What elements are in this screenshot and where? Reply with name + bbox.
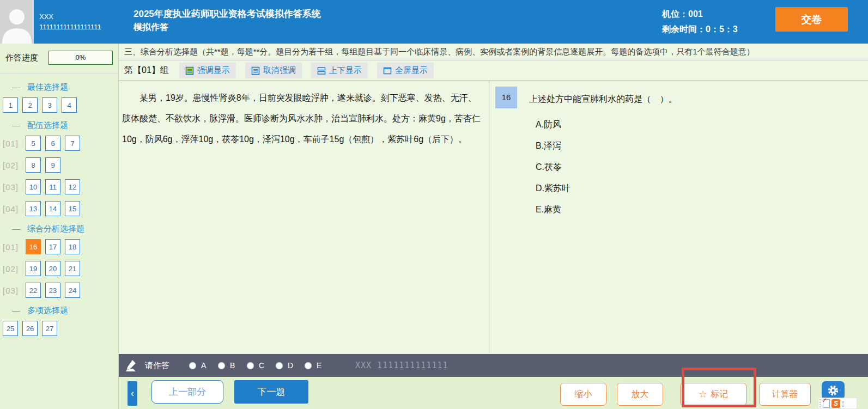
group-label: [03] bbox=[3, 182, 21, 192]
question-nav-12[interactable]: 12 bbox=[65, 179, 80, 194]
cancel-highlight-button[interactable]: 取消强调 bbox=[245, 63, 302, 78]
vertical-split-button[interactable]: 上下显示 bbox=[311, 63, 368, 78]
split-view-icon bbox=[317, 66, 326, 75]
sidebar-section-title[interactable]: —综合分析选择题 bbox=[0, 224, 118, 234]
time-remaining: 剩余时间：0：5：3 bbox=[662, 22, 738, 37]
question-nav-27[interactable]: 27 bbox=[42, 321, 57, 336]
sidebar-section-title[interactable]: —配伍选择题 bbox=[0, 120, 118, 131]
answer-radio-e[interactable]: E bbox=[305, 361, 333, 370]
question-nav-18[interactable]: 18 bbox=[65, 239, 80, 254]
question-nav-20[interactable]: 20 bbox=[45, 261, 60, 276]
option-d[interactable]: D.紫苏叶 bbox=[536, 178, 570, 199]
bottom-toolbar: ‹ 上一部分 下一题 缩小 放大 ☆标记 计算器 bbox=[119, 377, 868, 409]
answer-radio-b[interactable]: B bbox=[218, 361, 247, 370]
collapse-dash-icon: — bbox=[12, 120, 20, 130]
question-nav-25[interactable]: 25 bbox=[3, 321, 18, 336]
collapse-dash-icon: — bbox=[12, 82, 20, 91]
section-instruction: 三、综合分析选择题（共**题，每题**分。题目分为若干组，每组题目基于同一个临床… bbox=[119, 44, 868, 60]
question-nav-7[interactable]: 7 bbox=[65, 136, 80, 151]
question-nav-11[interactable]: 11 bbox=[45, 179, 60, 194]
answer-radio-a[interactable]: A bbox=[189, 361, 218, 370]
app-title-line1: 2025年度执业药师职业资格考试模拟作答系统 bbox=[133, 7, 321, 21]
radio-icon[interactable] bbox=[189, 362, 196, 369]
sidebar-section-title[interactable]: —最佳选择题 bbox=[0, 82, 118, 93]
radio-icon[interactable] bbox=[247, 362, 254, 369]
question-nav-15[interactable]: 15 bbox=[65, 201, 80, 216]
question-nav-13[interactable]: 13 bbox=[26, 201, 41, 216]
question-nav-26[interactable]: 26 bbox=[22, 321, 38, 336]
notepad-icon[interactable]: ✓ bbox=[823, 399, 830, 408]
question-group-row: [01]161718 bbox=[0, 239, 118, 254]
radio-label: D bbox=[288, 361, 293, 370]
group-label: [02] bbox=[3, 264, 21, 273]
question-nav-4[interactable]: 4 bbox=[62, 97, 77, 113]
question-nav-22[interactable]: 22 bbox=[26, 283, 41, 298]
option-e[interactable]: E.麻黄 bbox=[536, 199, 570, 221]
sogou-input-icon[interactable]: S bbox=[831, 399, 840, 408]
question-nav-14[interactable]: 14 bbox=[45, 201, 60, 216]
highlight-display-label: 强调显示 bbox=[197, 65, 230, 76]
calculator-button[interactable]: 计算器 bbox=[759, 383, 811, 406]
radio-icon[interactable] bbox=[305, 362, 312, 369]
previous-section-button[interactable]: 上一部分 bbox=[151, 380, 223, 404]
fullscreen-icon bbox=[383, 66, 392, 75]
question-nav-9[interactable]: 9 bbox=[45, 157, 60, 173]
collapse-sidebar-button[interactable]: ‹ bbox=[128, 381, 137, 406]
question-nav-19[interactable]: 19 bbox=[26, 261, 41, 276]
answer-radio-c[interactable]: C bbox=[247, 361, 276, 370]
option-label: B.泽泻 bbox=[536, 141, 561, 152]
fullscreen-button[interactable]: 全屏显示 bbox=[377, 63, 434, 78]
question-nav-24[interactable]: 24 bbox=[65, 283, 80, 298]
progress-value: 0% bbox=[48, 51, 113, 65]
question-number-badge: 16 bbox=[495, 87, 517, 108]
submit-exam-button[interactable]: 交卷 bbox=[775, 7, 848, 32]
sidebar-section: —综合分析选择题[01]161718[02]192021[03]222324 bbox=[0, 224, 118, 298]
option-a[interactable]: A.防风 bbox=[536, 114, 570, 136]
tray-handle-icon[interactable] bbox=[820, 399, 821, 407]
sidebar-section-title[interactable]: —多项选择题 bbox=[0, 306, 118, 316]
question-text: 上述处方中能宣肺利水的药是（ ）。 bbox=[529, 94, 677, 105]
group-label: [02] bbox=[3, 161, 21, 170]
highlight-display-button[interactable]: 强调显示 bbox=[179, 63, 236, 78]
option-label: D.紫苏叶 bbox=[536, 183, 570, 194]
zoom-out-button[interactable]: 缩小 bbox=[560, 383, 606, 406]
group-label: [01] bbox=[3, 139, 21, 148]
zoom-in-button[interactable]: 放大 bbox=[617, 383, 663, 406]
radio-icon[interactable] bbox=[276, 362, 283, 369]
question-nav-3[interactable]: 3 bbox=[42, 97, 57, 113]
section-title-text: 多项选择题 bbox=[27, 306, 68, 315]
next-question-button[interactable]: 下一题 bbox=[234, 380, 308, 404]
section-title-text: 最佳选择题 bbox=[27, 82, 68, 91]
question-nav-2[interactable]: 2 bbox=[22, 97, 38, 113]
mark-question-button[interactable]: ☆标记 bbox=[680, 383, 746, 406]
user-name: XXX bbox=[39, 11, 101, 22]
option-c[interactable]: C.茯苓 bbox=[536, 157, 570, 178]
sidebar-section: —最佳选择题1234 bbox=[0, 82, 118, 113]
question-nav-6[interactable]: 6 bbox=[45, 136, 60, 151]
highlight-icon bbox=[185, 66, 194, 75]
answer-choices: ABCDE bbox=[189, 361, 333, 370]
question-nav-8[interactable]: 8 bbox=[26, 157, 41, 173]
question-nav-10[interactable]: 10 bbox=[26, 179, 41, 194]
options-list: A.防风B.泽泻C.茯苓D.紫苏叶E.麻黄 bbox=[536, 114, 570, 221]
option-b[interactable]: B.泽泻 bbox=[536, 136, 570, 157]
question-group-row: [03]222324 bbox=[0, 283, 118, 298]
collapse-dash-icon: — bbox=[12, 306, 20, 315]
question-nav-21[interactable]: 21 bbox=[65, 261, 80, 276]
question-nav-5[interactable]: 5 bbox=[26, 136, 41, 151]
question-nav-16[interactable]: 16 bbox=[26, 239, 41, 254]
question-nav-1[interactable]: 1 bbox=[3, 97, 18, 113]
radio-label: A bbox=[201, 361, 206, 370]
progress-label: 作答进度 bbox=[5, 53, 38, 63]
question-nav-23[interactable]: 23 bbox=[45, 283, 60, 298]
question-group-row: [04]131415 bbox=[0, 201, 118, 216]
input-method-tray[interactable]: ✓ S ou bbox=[818, 398, 857, 409]
exam-app: XXX 111111111111111111 2025年度执业药师职业资格考试模… bbox=[0, 0, 868, 409]
question-nav-17[interactable]: 17 bbox=[45, 239, 60, 254]
pen-icon bbox=[124, 359, 138, 373]
user-avatar bbox=[0, 0, 34, 44]
radio-icon[interactable] bbox=[218, 362, 225, 369]
vertical-split-label: 上下显示 bbox=[329, 65, 362, 76]
answer-radio-d[interactable]: D bbox=[276, 361, 305, 370]
question-group-row: [02]89 bbox=[0, 157, 118, 173]
